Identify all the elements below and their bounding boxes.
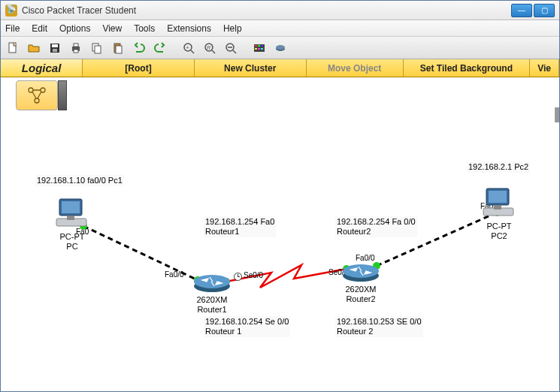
nav-root[interactable]: [Root] [83,59,195,77]
title-bar: Cisco Packet Tracer Student — ▢ [1,1,559,20]
svg-rect-43 [489,191,507,203]
svg-rect-45 [494,205,501,210]
label-r2-fa: 192.168.2.254 Fa 0/0 Routeur2 [335,216,417,237]
save-icon[interactable] [46,39,64,57]
app-icon [5,5,17,17]
print-icon[interactable] [67,39,85,57]
iflabel-r1se: Se0/0 [244,271,263,279]
menu-tools[interactable]: Tools [134,23,155,34]
paste-icon[interactable] [109,39,127,57]
r2-name: Router2 [346,294,375,303]
custom-device-icon[interactable] [271,39,289,57]
logical-view-icon[interactable] [16,80,58,110]
svg-text:R: R [207,45,210,50]
svg-rect-25 [258,48,260,50]
window-buttons: — ▢ [511,4,555,17]
svg-rect-6 [74,50,78,53]
zoom-in-icon[interactable]: + [180,39,198,57]
svg-rect-39 [62,201,80,213]
pc1-name: PC [66,242,77,251]
new-file-icon[interactable] [4,39,22,57]
menu-edit[interactable]: Edit [32,23,47,34]
label-r1-se: 192.168.10.254 Se 0/0 Routeur 1 [204,316,290,337]
iflabel-r1fa: Fa0/0 [165,270,184,279]
scroll-indicator [555,107,559,122]
copy-icon[interactable] [88,39,106,57]
r1-name: Router1 [197,305,226,314]
logical-handle[interactable] [58,80,67,110]
svg-rect-10 [116,46,122,53]
device-pc2[interactable]: PC-PTPC2 [480,187,518,240]
label-r2-se: 192.168.10.253 SE 0/0 Routeur 2 [335,316,423,337]
nav-bar: Logical [Root] New Cluster Move Object S… [1,59,559,77]
label-r1-fa: 192.168.1.254 Fa0 Routeur1 [204,216,276,237]
svg-line-12 [191,50,194,53]
undo-icon[interactable] [130,39,148,57]
zoom-out-icon[interactable] [222,39,240,57]
menu-help[interactable]: Help [223,23,242,34]
svg-line-18 [233,50,236,53]
nav-move-object: Move Object [307,59,404,77]
menu-extensions[interactable]: Extensions [167,23,211,34]
svg-rect-23 [261,45,263,47]
label-pc1-ip: 192.168.1.10 fa0/0 Pc1 [35,175,124,186]
window-title: Cisco Packet Tracer Student [22,5,511,16]
pc2-model: PC-PT [487,222,512,231]
pc2-name: PC2 [491,231,507,240]
svg-line-15 [212,50,215,53]
svg-rect-2 [52,44,58,47]
svg-rect-41 [67,216,74,220]
nav-viewport[interactable]: Vie [530,59,559,77]
device-router1[interactable]: 2620XMRouter1 [192,271,232,314]
device-router2[interactable]: 2620XMRouter2 [341,261,381,303]
svg-rect-8 [95,46,101,53]
toolbar: + R [1,37,559,59]
menu-bar: File Edit Options View Tools Extensions … [1,20,559,37]
minimize-button[interactable]: — [511,4,532,17]
svg-rect-21 [255,45,257,47]
maximize-button[interactable]: ▢ [534,4,555,17]
open-file-icon[interactable] [25,39,43,57]
svg-point-31 [35,98,39,103]
nav-new-cluster[interactable]: New Cluster [195,59,307,77]
svg-rect-26 [261,48,263,50]
menu-view[interactable]: View [102,23,122,34]
svg-rect-24 [255,48,257,50]
svg-text:+: + [186,44,189,51]
clock-icon [234,273,242,281]
menu-file[interactable]: File [5,23,20,34]
pc1-model: PC-PT [60,232,85,241]
r1-model: 2620XM [197,295,228,304]
svg-point-47 [194,275,230,288]
label-pc2-ip: 192.168.2.1 Pc2 [467,161,530,173]
tab-logical[interactable]: Logical [1,59,83,77]
svg-point-49 [343,264,379,278]
svg-rect-5 [74,44,78,47]
r2-model: 2620XM [346,285,377,294]
workspace-canvas[interactable]: 192.168.1.10 fa0/0 Pc1 192.168.2.1 Pc2 1… [1,77,559,391]
zoom-reset-icon[interactable]: R [201,39,219,57]
redo-icon[interactable] [151,39,169,57]
svg-rect-22 [258,45,260,47]
device-pc1[interactable]: PC-PTPC [53,198,91,251]
nav-tiled-bg[interactable]: Set Tiled Background [404,59,531,77]
menu-options[interactable]: Options [59,23,90,34]
svg-rect-3 [53,49,57,52]
palette-icon[interactable] [250,39,268,57]
svg-point-28 [276,45,285,50]
